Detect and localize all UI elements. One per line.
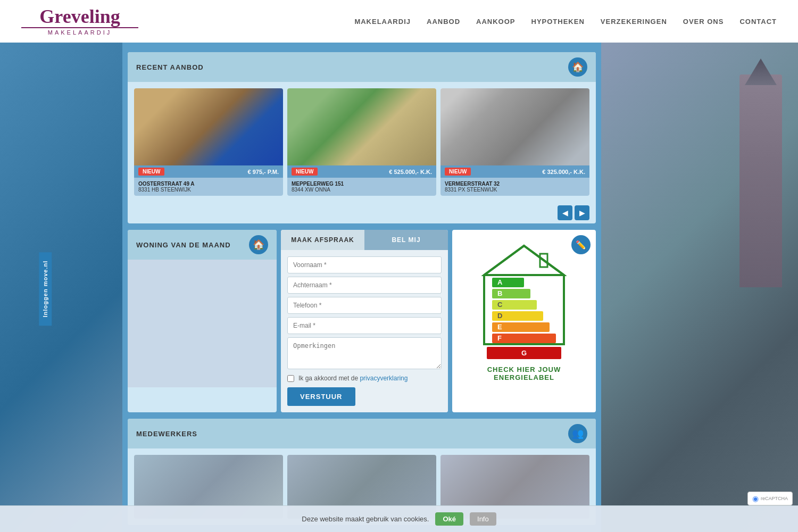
tab-maak-afspraak[interactable]: MAAK AFSPRAAK [281, 230, 364, 250]
energy-house-svg[interactable]: A B C D E F [481, 240, 567, 352]
property-badge-3: NIEUW [445, 168, 471, 176]
nav-aanbod[interactable]: AANBOD [427, 18, 460, 26]
property-badge-1: NIEUW [138, 168, 164, 176]
form-panel: MAAK AFSPRAAK BEL MIJ Ik ga akkoord met … [281, 230, 448, 412]
nav-aankoop[interactable]: AANKOOP [476, 18, 515, 26]
recaptcha-text: reCAPTCHA [761, 496, 788, 501]
privacy-link[interactable]: privacyverklaring [360, 375, 408, 382]
carousel-next-btn[interactable]: ▶ [575, 205, 589, 220]
property-info-1: NIEUW € 975,- P.M. [134, 165, 283, 178]
property-price-2: € 525.000,- K.K. [389, 169, 432, 175]
medewerkers-people-icon-btn[interactable]: 👥 [568, 424, 587, 443]
property-address-3: VERMEERSTRAAT 32 8331 PX STEENWIJK [440, 178, 589, 196]
property-address-1: OOSTERSTRAAT 49 A 8331 HB STEENWIJK [134, 178, 283, 196]
properties-grid: NIEUW € 975,- P.M. OOSTERSTRAAT 49 A 833… [128, 82, 596, 202]
svg-rect-2 [492, 278, 524, 287]
energy-edit-icon-btn[interactable]: ✏️ [571, 235, 591, 254]
form-body: Ik ga akkoord met de privacyverklaring V… [281, 250, 448, 412]
middle-row: WONING VAN DE MAAND 🏠 MAAK AFSPRAAK BEL … [122, 228, 601, 414]
property-image-2 [287, 88, 436, 165]
nav-over-ons[interactable]: OVER ONS [683, 18, 724, 26]
side-left-bg: Inloggen move.nl [0, 43, 122, 532]
svg-text:C: C [497, 301, 503, 309]
church-spire [745, 59, 777, 85]
svg-marker-1 [484, 246, 564, 275]
property-street-1: OOSTERSTRAAT 49 A [138, 181, 279, 187]
property-card-1[interactable]: NIEUW € 975,- P.M. OOSTERSTRAAT 49 A 833… [134, 88, 283, 196]
property-info-3: NIEUW € 325.000,- K.K. [440, 165, 589, 178]
property-image-1 [134, 88, 283, 165]
main-content: RECENT AANBOD 🏠 NIEUW € 975,- P.M. OOSTE… [122, 43, 601, 532]
energy-panel: ✏️ A B C [452, 230, 596, 412]
telefoon-input[interactable] [287, 297, 442, 314]
property-card-3[interactable]: NIEUW € 325.000,- K.K. VERMEERSTRAAT 32 … [440, 88, 589, 196]
recent-aanbod-header: RECENT AANBOD 🏠 [128, 52, 596, 82]
energy-level-g: G [487, 347, 561, 359]
page-wrapper: Inloggen move.nl RECENT AANBOD 🏠 NIEUW €… [0, 43, 798, 532]
energy-cta[interactable]: CHECK HIER JOUW ENERGIELABEL [458, 365, 591, 381]
inloggen-tab[interactable]: Inloggen move.nl [39, 252, 52, 325]
svg-text:F: F [497, 334, 502, 342]
recent-aanbod-panel: RECENT AANBOD 🏠 NIEUW € 975,- P.M. OOSTE… [128, 52, 596, 223]
logo-divider [21, 27, 138, 28]
side-right-bg [601, 43, 798, 532]
nav-contact[interactable]: CONTACT [739, 18, 777, 26]
woning-home-icon-btn[interactable]: 🏠 [249, 235, 268, 254]
woning-title: WONING VAN DE MAAND [136, 241, 231, 249]
cookie-message: Deze website maakt gebruik van cookies. [302, 515, 429, 523]
svg-text:A: A [497, 278, 503, 286]
medewerkers-header: MEDEWERKERS 👥 [128, 419, 596, 448]
woning-header: WONING VAN DE MAAND 🏠 [128, 230, 277, 260]
svg-text:B: B [497, 289, 502, 297]
property-city-2: 8344 XW ONNA [292, 187, 432, 193]
property-image-3 [440, 88, 589, 165]
voornaam-input[interactable] [287, 256, 442, 273]
property-city-3: 8331 PX STEENWIJK [445, 187, 585, 193]
property-city-1: 8331 HB STEENWIJK [138, 187, 279, 193]
email-input[interactable] [287, 317, 442, 334]
carousel-prev-btn[interactable]: ◀ [558, 205, 572, 220]
privacy-text: Ik ga akkoord met de privacyverklaring [298, 375, 408, 382]
recent-aanbod-home-icon-btn[interactable]: 🏠 [568, 57, 587, 77]
woning-panel: WONING VAN DE MAAND 🏠 [128, 230, 277, 412]
property-price-3: € 325.000,- K.K. [542, 169, 585, 175]
property-street-2: MEPPELERWEG 151 [292, 181, 432, 187]
nav-makelaardij[interactable]: MAKELAARDIJ [354, 18, 411, 26]
cookie-ok-button[interactable]: Oké [435, 512, 463, 526]
verstuur-button[interactable]: VERSTUUR [287, 387, 355, 406]
property-card-2[interactable]: NIEUW € 525.000,- K.K. MEPPELERWEG 151 8… [287, 88, 436, 196]
property-address-2: MEPPELERWEG 151 8344 XW ONNA [287, 178, 436, 196]
logo[interactable]: Greveling MAKELAARDIJ [21, 7, 138, 36]
nav-hypotheken[interactable]: HYPOTHEKEN [531, 18, 585, 26]
recaptcha-badge: ◉ reCAPTCHA [747, 492, 793, 505]
form-tabs: MAAK AFSPRAAK BEL MIJ [281, 230, 448, 250]
nav-verzekeringen[interactable]: VERZEKERINGEN [601, 18, 667, 26]
property-info-2: NIEUW € 525.000,- K.K. [287, 165, 436, 178]
logo-main-text: Greveling [39, 7, 120, 26]
privacy-row: Ik ga akkoord met de privacyverklaring [287, 375, 442, 382]
header: Greveling MAKELAARDIJ MAKELAARDIJ AANBOD… [0, 0, 798, 43]
cookie-info-button[interactable]: Info [470, 512, 496, 526]
property-badge-2: NIEUW [292, 168, 318, 176]
opmerkingen-textarea[interactable] [287, 337, 442, 369]
svg-text:D: D [497, 312, 502, 320]
privacy-checkbox[interactable] [287, 375, 294, 382]
cookie-bar: Deze website maakt gebruik van cookies. … [0, 505, 798, 532]
property-price-1: € 975,- P.M. [248, 169, 279, 175]
main-nav: MAKELAARDIJ AANBOD AANKOOP HYPOTHEKEN VE… [354, 18, 777, 26]
svg-text:E: E [497, 323, 502, 331]
carousel-arrows: ◀ ▶ [128, 202, 596, 223]
medewerkers-title: MEDEWERKERS [136, 430, 197, 438]
svg-rect-12 [492, 334, 556, 343]
tab-bel-mij[interactable]: BEL MIJ [364, 230, 448, 250]
recaptcha-icon: ◉ [752, 494, 759, 503]
woning-image-placeholder [128, 260, 277, 387]
recent-aanbod-title: RECENT AANBOD [136, 63, 204, 71]
church-tower [739, 74, 782, 287]
achternaam-input[interactable] [287, 277, 442, 294]
property-street-3: VERMEERSTRAAT 32 [445, 181, 585, 187]
logo-subtitle: MAKELAARDIJ [48, 29, 112, 36]
